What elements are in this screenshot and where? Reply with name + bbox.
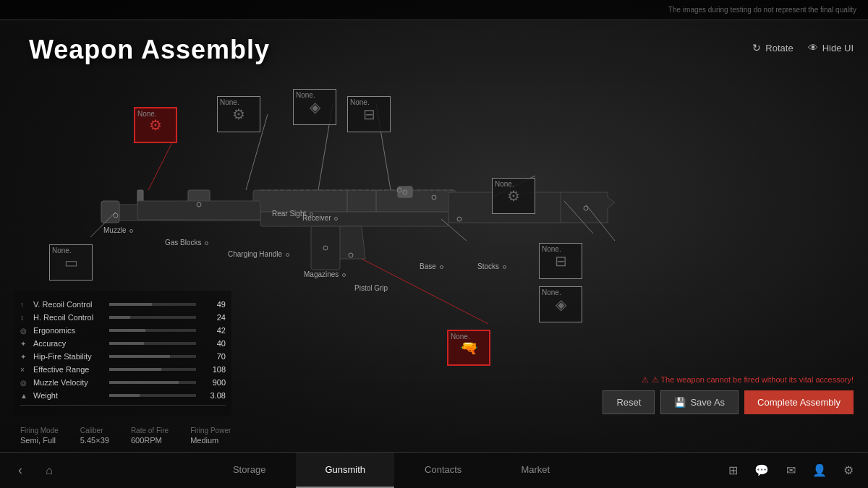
inventory-icon-button[interactable]: ⊞: [722, 460, 744, 481]
home-button[interactable]: ⌂: [36, 458, 62, 484]
nav-tab-gunsmith[interactable]: Gunsmith: [296, 453, 394, 488]
reset-button[interactable]: Reset: [603, 390, 655, 414]
stat-bar: [109, 329, 145, 332]
mail-icon-button[interactable]: ✉: [780, 460, 801, 481]
stat-icon: ◎: [20, 327, 29, 335]
bottom-action: ⚠ ⚠ The weapon cannot be fired without i…: [603, 375, 854, 414]
stat-bar: [109, 368, 161, 371]
page-title: Weapon Assembly: [29, 35, 270, 65]
stat-name: Hip-Fire Stability: [33, 352, 105, 361]
chat-icon-button[interactable]: 💬: [751, 460, 773, 481]
muzzle-attachment[interactable]: None. ▭: [49, 244, 93, 281]
warning-icon: ⚠: [642, 375, 649, 385]
stat-icon: ✦: [20, 353, 29, 361]
nav-right: ⊞ 💬 ✉ 👤 ⚙: [713, 460, 868, 481]
bottom-nav: ‹ ⌂ StorageGunsmithContactsMarket ⊞ 💬 ✉ …: [0, 452, 868, 488]
stat-name: Accuracy: [33, 339, 105, 348]
stat-row: ↑ V. Recoil Control 49: [14, 298, 231, 311]
stat-icon: ▲: [20, 392, 29, 400]
muzzle-label: Muzzle: [103, 226, 133, 234]
stat-row: ▲ Weight 3.08: [14, 389, 231, 402]
right-upper-attachment[interactable]: None. ⚙: [492, 178, 535, 214]
stat-bar: [109, 381, 179, 384]
stat-bar-container: [109, 342, 196, 345]
stat-value: 49: [200, 300, 226, 309]
stats-panel: ↑ V. Recoil Control 49 ↕ H. Recoil Contr…: [14, 291, 231, 416]
settings-icon-button[interactable]: ⚙: [838, 460, 859, 481]
hide-ui-button[interactable]: 👁 Hide UI: [808, 42, 854, 53]
stat-bar: [109, 355, 170, 358]
complete-assembly-button[interactable]: Complete Assembly: [744, 390, 854, 414]
stat-name: Ergonomics: [33, 326, 105, 335]
stat-row: ✦ Accuracy 40: [14, 337, 231, 350]
receiver-label: Receiver: [302, 214, 338, 222]
nav-tab-storage[interactable]: Storage: [204, 453, 295, 488]
svg-rect-5: [311, 226, 340, 270]
stat-value: 70: [200, 352, 226, 361]
stat-name: H. Recoil Control: [33, 313, 105, 322]
nav-left: ‹ ⌂: [0, 458, 69, 484]
rotate-button[interactable]: ↻ Rotate: [752, 42, 793, 53]
top-right-attachment[interactable]: None. ⊟: [347, 96, 391, 132]
stat-bar-container: [109, 394, 196, 397]
stat-name: Weight: [33, 391, 105, 400]
stat-value: 42: [200, 326, 226, 335]
stat-row: × Effective Range 108: [14, 363, 231, 376]
stat-bar-container: [109, 368, 196, 371]
stat-bar-container: [109, 355, 196, 358]
save-as-button[interactable]: 💾 Save As: [660, 390, 739, 414]
svg-rect-1: [253, 190, 456, 212]
back-button[interactable]: ‹: [7, 458, 33, 484]
stat-icon: ◎: [20, 379, 29, 387]
svg-rect-10: [101, 201, 119, 223]
rate-of-fire-group: Rate of Fire 600RPM: [131, 427, 169, 445]
stat-bar-container: [109, 329, 196, 332]
pistol-grip-attachment[interactable]: None. 🔫: [447, 330, 490, 366]
top-mid1-attachment[interactable]: None. ⚙: [217, 96, 260, 132]
stat-value: 24: [200, 313, 226, 322]
stat-bar: [109, 394, 140, 397]
stat-icon: ↑: [20, 301, 29, 309]
caliber-group: Caliber 5.45×39: [80, 427, 109, 445]
nav-tabs: StorageGunsmithContactsMarket: [69, 453, 713, 488]
stat-value: 40: [200, 339, 226, 348]
stat-bar-container: [109, 303, 196, 306]
stat-row: ✦ Hip-Fire Stability 70: [14, 350, 231, 363]
stat-bar-container: [109, 316, 196, 319]
nav-tab-contacts[interactable]: Contacts: [396, 453, 490, 488]
top-mid2-attachment[interactable]: None. ◈: [293, 89, 336, 125]
stat-icon: ↕: [20, 314, 29, 322]
save-icon: 💾: [674, 397, 686, 408]
charging-handle-label: Charging Handle: [228, 250, 289, 258]
profile-icon-button[interactable]: 👤: [809, 460, 830, 481]
svg-rect-11: [137, 201, 260, 220]
action-buttons: Reset 💾 Save As Complete Assembly: [603, 390, 854, 414]
stat-divider: [20, 405, 226, 406]
stat-icon: ✦: [20, 340, 29, 348]
stats-list: ↑ V. Recoil Control 49 ↕ H. Recoil Contr…: [14, 298, 231, 402]
stat-bar: [109, 342, 144, 345]
main-area: Weapon Assembly ↻ Rotate 👁 Hide UI: [0, 20, 868, 452]
stocks-label: Stocks: [477, 262, 506, 270]
firing-mode-group: Firing Mode Semi, Full: [20, 427, 59, 445]
top-bar: The images during testing do not represe…: [0, 0, 868, 20]
stat-row: ↕ H. Recoil Control 24: [14, 311, 231, 324]
stat-name: Effective Range: [33, 365, 105, 374]
stat-bar-container: [109, 381, 196, 384]
stat-name: Muzzle Velocity: [33, 378, 105, 387]
stat-value: 900: [200, 378, 226, 387]
rotate-icon: ↻: [752, 42, 761, 53]
base-label: Base: [420, 262, 443, 270]
right-mid-attachment[interactable]: None. ⊟: [539, 243, 582, 279]
stat-value: 108: [200, 365, 226, 374]
magazines-label: Magazines: [304, 270, 346, 278]
firing-power-group: Firing Power Medium: [190, 427, 231, 445]
eye-icon: 👁: [808, 42, 818, 53]
svg-marker-4: [336, 226, 365, 259]
stat-value: 3.08: [200, 391, 226, 400]
right-extra-attachment[interactable]: None. ◈: [539, 286, 582, 322]
top-left-attachment[interactable]: None. ⚙: [134, 107, 177, 143]
top-bar-notice: The images during testing do not represe…: [668, 6, 856, 14]
gas-blocks-label: Gas Blocks: [165, 239, 208, 247]
nav-tab-market[interactable]: Market: [492, 453, 579, 488]
